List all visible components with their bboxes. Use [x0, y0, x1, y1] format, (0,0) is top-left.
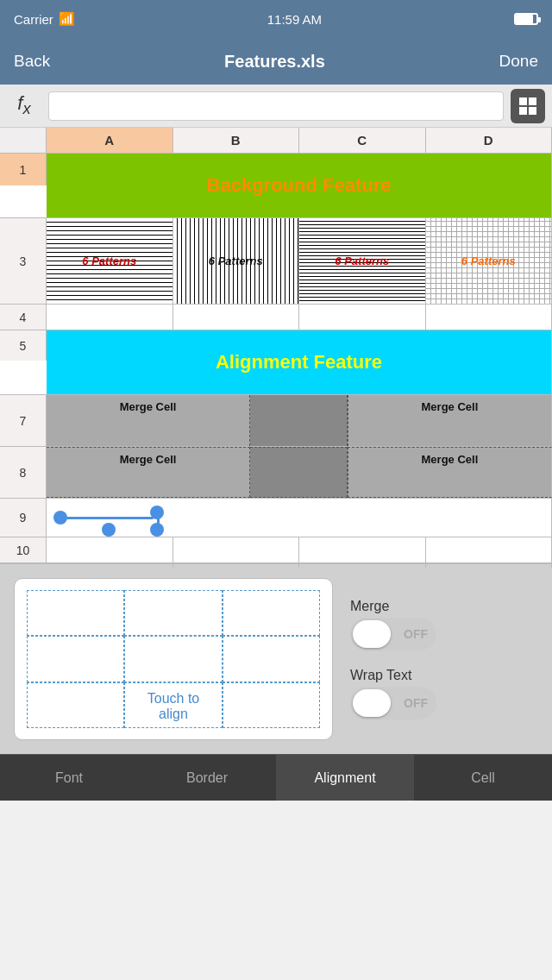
- row-9: 9: [0, 499, 552, 537]
- status-bar-time: 11:59 AM: [267, 12, 322, 27]
- cell-10b[interactable]: [173, 537, 300, 568]
- toggles-area: Merge OFF Wrap Text OFF: [350, 578, 538, 740]
- pattern-label-3a: 6 Patterns: [82, 254, 136, 267]
- tab-border[interactable]: Border: [138, 754, 276, 801]
- pattern-label-3b: 6 Patterns: [209, 254, 263, 267]
- row-5-6: 5 Alignment Feature: [0, 330, 552, 395]
- merge-cell-7a: Merge Cell: [120, 400, 177, 413]
- row-1-2: 1 Background Feature: [0, 154, 552, 218]
- wrap-toggle[interactable]: OFF: [350, 687, 436, 719]
- cell-10a[interactable]: [47, 537, 173, 568]
- col-headers: A B C D: [0, 128, 552, 154]
- row-8: 8 Merge Cell Merge Cell: [0, 447, 552, 499]
- alignment-feature-text: Alignment Feature: [216, 351, 382, 374]
- battery-icon: [514, 13, 538, 25]
- row-7: 7 Merge Cell Merge Cell: [0, 395, 552, 447]
- background-feature-text: Background Feature: [207, 174, 392, 197]
- cell-background-feature[interactable]: Background Feature: [47, 154, 552, 217]
- row-3: 3 6 Patterns 6 Patterns 6 Patterns 6 Pat…: [0, 218, 552, 305]
- row-num-3: 3: [0, 218, 47, 304]
- merge-toggle[interactable]: OFF: [350, 618, 436, 650]
- touch-to-align: Touch toalign: [147, 691, 199, 722]
- handle-bottom-right[interactable]: [150, 523, 164, 537]
- pattern-label-3c: 6 Patterns: [335, 254, 389, 267]
- done-button[interactable]: Done: [499, 52, 538, 71]
- tab-alignment[interactable]: Alignment: [276, 754, 414, 801]
- row-num-10: 10: [0, 537, 47, 562]
- align-widget[interactable]: Touch toalign: [14, 578, 333, 740]
- back-button[interactable]: Back: [14, 52, 50, 71]
- tab-font[interactable]: Font: [0, 754, 138, 801]
- align-cell-mc[interactable]: [124, 636, 222, 682]
- svg-rect-1: [529, 97, 536, 105]
- row-num-8: 8: [0, 447, 47, 498]
- row-num-header: [0, 128, 47, 153]
- align-cell-br[interactable]: [223, 682, 320, 728]
- align-cell-ml[interactable]: [27, 636, 124, 682]
- col-header-a[interactable]: A: [47, 128, 173, 153]
- fx-label: fx: [7, 92, 41, 118]
- wrap-label: Wrap Text: [350, 668, 538, 683]
- cell-3c[interactable]: 6 Patterns: [299, 218, 426, 304]
- svg-rect-2: [519, 107, 527, 115]
- nav-title: Features.xls: [224, 52, 325, 72]
- row-4: 4: [0, 305, 552, 330]
- wrap-off-label: OFF: [404, 696, 428, 710]
- col-header-c[interactable]: C: [299, 128, 426, 153]
- merge-label: Merge: [350, 599, 538, 614]
- formula-input[interactable]: [48, 91, 504, 121]
- cell-7a[interactable]: Merge Cell: [47, 395, 250, 446]
- align-cell-tc[interactable]: [124, 590, 222, 636]
- cell-3b[interactable]: 6 Patterns: [173, 218, 300, 304]
- handle-left[interactable]: [53, 511, 67, 525]
- merge-cell-7cd: Merge Cell: [422, 400, 479, 413]
- spreadsheet: A B C D 1 Background Feature 3 6 Pattern…: [0, 128, 552, 564]
- pattern-label-3d: 6 Patterns: [461, 254, 516, 267]
- merge-cell-8cd: Merge Cell: [422, 453, 479, 466]
- handle-top-right[interactable]: [150, 506, 164, 519]
- wifi-icon: 📶: [59, 11, 75, 27]
- row-num-4: 4: [0, 305, 47, 330]
- cell-8a[interactable]: Merge Cell: [47, 447, 250, 498]
- cell-alignment-feature[interactable]: Alignment Feature: [47, 330, 552, 394]
- merge-toggle-knob: [353, 620, 391, 648]
- status-bar: Carrier 📶 11:59 AM: [0, 0, 552, 38]
- wrap-toggle-row: Wrap Text OFF: [350, 668, 538, 719]
- col-header-b[interactable]: B: [173, 128, 300, 153]
- status-bar-left: Carrier 📶: [14, 11, 75, 27]
- align-cell-tl[interactable]: [27, 590, 124, 636]
- grid-icon-button[interactable]: [511, 89, 545, 123]
- align-cell-tr[interactable]: [223, 590, 320, 636]
- nav-bar: Back Features.xls Done: [0, 38, 552, 85]
- tab-cell[interactable]: Cell: [414, 754, 552, 801]
- row-10: 10: [0, 537, 552, 563]
- bottom-panel: Touch toalign Merge OFF Wrap Text OFF: [0, 564, 552, 754]
- merge-cell-8a: Merge Cell: [120, 453, 177, 466]
- svg-rect-3: [529, 107, 536, 115]
- cell-8b[interactable]: [250, 447, 348, 498]
- cell-3d[interactable]: 6 Patterns: [426, 218, 553, 304]
- formula-bar: fx: [0, 85, 552, 128]
- handle-bottom-mid[interactable]: [102, 523, 116, 537]
- row-num-9: 9: [0, 499, 47, 537]
- col-header-d[interactable]: D: [426, 128, 553, 153]
- align-cell-bl[interactable]: [27, 682, 124, 728]
- carrier-label: Carrier: [14, 12, 53, 27]
- svg-rect-0: [519, 97, 527, 105]
- handle-line-h: [60, 517, 154, 519]
- cell-7cd[interactable]: Merge Cell: [348, 395, 552, 446]
- row-num-1: 1: [0, 154, 47, 185]
- cell-10c[interactable]: [299, 537, 426, 568]
- row-num-7: 7: [0, 395, 47, 446]
- cell-3a[interactable]: 6 Patterns: [47, 218, 173, 304]
- cell-8cd[interactable]: Merge Cell: [348, 447, 552, 498]
- cell-9-handles[interactable]: [47, 499, 552, 537]
- wrap-toggle-knob: [353, 689, 391, 717]
- bottom-tabs: Font Border Alignment Cell: [0, 754, 552, 801]
- cell-10d[interactable]: [426, 537, 553, 568]
- align-cell-mr[interactable]: [223, 636, 320, 682]
- status-bar-right: [514, 13, 538, 25]
- merge-toggle-row: Merge OFF: [350, 599, 538, 650]
- cell-7b[interactable]: [250, 395, 348, 446]
- merge-off-label: OFF: [404, 627, 428, 641]
